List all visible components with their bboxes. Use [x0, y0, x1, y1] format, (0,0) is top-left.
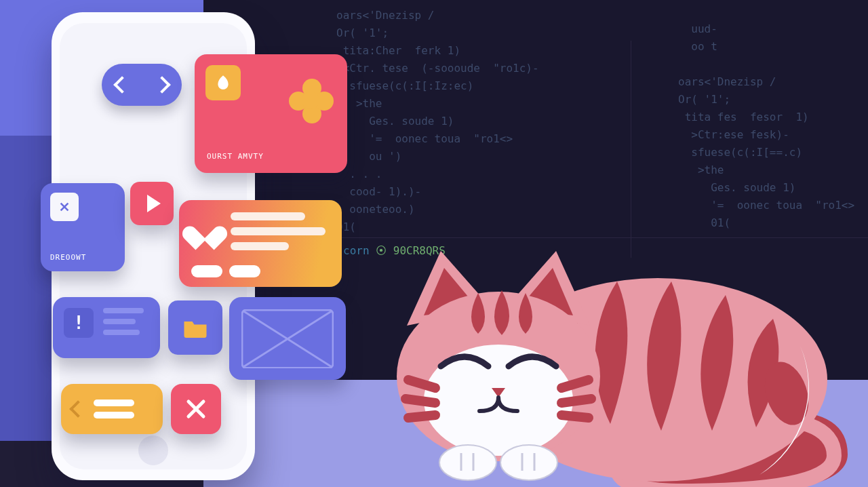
cat-illustration: [366, 244, 854, 487]
folder-icon: [183, 317, 208, 338]
nav-pill[interactable]: [102, 64, 182, 106]
alert-icon: !: [64, 308, 94, 338]
close-icon: [50, 193, 79, 221]
text-placeholder: [103, 308, 144, 347]
close-tile[interactable]: [171, 384, 221, 434]
pane-divider: [631, 41, 631, 258]
close-icon: [185, 398, 207, 420]
play-button[interactable]: [130, 182, 174, 225]
card-caption: OURST AMVTY: [207, 152, 264, 161]
image-placeholder-card[interactable]: [229, 297, 346, 380]
text-placeholder: [94, 400, 134, 418]
card-small[interactable]: DREOOWT: [41, 183, 125, 271]
code-block-left: oars<'Dnezisp / Or( '1'; tita:Cher ferk …: [336, 7, 539, 236]
chevron-left-icon: [113, 76, 130, 93]
card-alert[interactable]: !: [53, 297, 160, 358]
card-caption: DREOOWT: [50, 253, 86, 262]
card-favorite[interactable]: [179, 200, 342, 287]
card-featured[interactable]: OURST AMVTY: [195, 54, 347, 173]
pane-divider: [326, 237, 868, 238]
status-token: corn: [343, 244, 370, 257]
chevron-left-icon: [69, 400, 86, 417]
leaf-icon: [205, 65, 241, 100]
image-placeholder-icon: [241, 309, 334, 368]
flower-icon: [292, 81, 331, 121]
svg-point-6: [500, 445, 557, 480]
folder-tile[interactable]: [168, 300, 222, 355]
heart-icon: [191, 216, 218, 241]
code-block-right: uud- oo t oars<'Dnezisp / Or( '1'; tita …: [678, 20, 854, 232]
chevron-right-icon: [153, 76, 170, 93]
svg-point-5: [439, 445, 496, 480]
card-nav[interactable]: [61, 384, 163, 434]
chip-row: [191, 265, 260, 277]
home-button[interactable]: [138, 435, 168, 465]
